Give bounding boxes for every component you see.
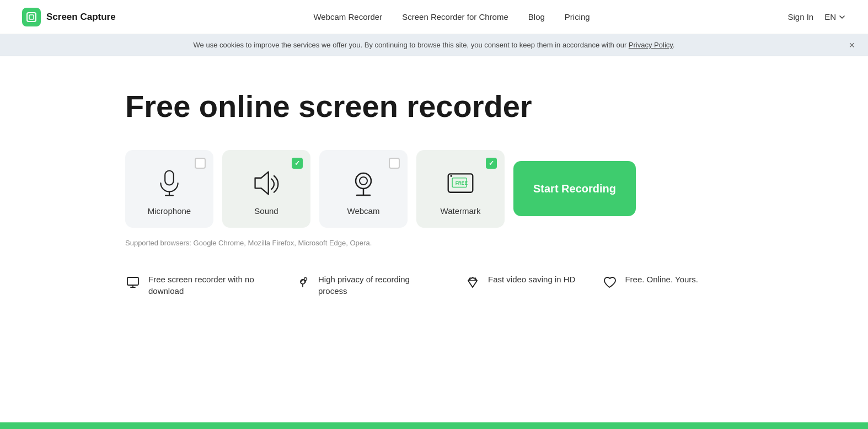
sound-checkbox[interactable]	[292, 158, 303, 169]
signin-link[interactable]: Sign In	[787, 12, 813, 22]
cookie-close-button[interactable]: ×	[849, 40, 855, 50]
chevron-down-icon	[838, 13, 846, 21]
webcam-icon	[347, 167, 380, 200]
svg-rect-14	[127, 277, 138, 285]
cookie-banner: We use cookies to improve the services w…	[0, 34, 868, 56]
watermark-option[interactable]: FREE Watermark	[416, 150, 505, 228]
nav-links: Webcam Recorder Screen Recorder for Chro…	[313, 12, 590, 22]
webcam-label: Webcam	[347, 206, 380, 216]
monitor-icon	[125, 275, 141, 290]
nav-screen-recorder-chrome[interactable]: Screen Recorder for Chrome	[402, 12, 508, 22]
diamond-icon	[465, 275, 480, 290]
nav-blog[interactable]: Blog	[528, 12, 545, 22]
recorder-options: Microphone Sound	[125, 150, 743, 228]
feature-no-download: Free screen recorder with no download	[125, 274, 269, 297]
logo-icon	[22, 8, 41, 26]
privacy-policy-link[interactable]: Privacy Policy	[629, 41, 673, 49]
language-selector[interactable]: EN	[824, 12, 846, 22]
sound-option[interactable]: Sound	[222, 150, 310, 228]
sound-icon	[250, 167, 283, 200]
svg-marker-5	[255, 171, 269, 194]
webcam-checkbox[interactable]	[389, 158, 400, 169]
logo-link[interactable]: Screen Capture	[22, 8, 116, 26]
feature-free: Free. Online. Yours.	[602, 274, 698, 297]
svg-point-6	[356, 173, 371, 189]
svg-text:FREE: FREE	[456, 180, 468, 185]
microphone-checkbox[interactable]	[195, 158, 206, 169]
watermark-checkbox[interactable]	[486, 158, 497, 169]
feature-free-text: Free. Online. Yours.	[625, 274, 698, 285]
sound-label: Sound	[254, 206, 278, 216]
cookie-text: We use cookies to improve the services w…	[194, 41, 629, 49]
nav-right: Sign In EN	[787, 12, 846, 22]
hero-title: Free online screen recorder	[125, 89, 743, 124]
svg-rect-2	[165, 170, 174, 185]
webcam-option[interactable]: Webcam	[319, 150, 408, 228]
watermark-label: Watermark	[441, 206, 481, 216]
logo-text: Screen Capture	[46, 12, 116, 23]
feature-privacy: High privacy of recording process	[295, 274, 438, 297]
feature-hd-text: Fast video saving in HD	[488, 274, 575, 285]
nav-pricing[interactable]: Pricing	[565, 12, 590, 22]
microphone-option[interactable]: Microphone	[125, 150, 213, 228]
feature-hd: Fast video saving in HD	[465, 274, 575, 297]
feature-no-download-text: Free screen recorder with no download	[148, 274, 269, 297]
supported-browsers-text: Supported browsers: Google Chrome, Mozil…	[125, 239, 743, 247]
heart-icon	[602, 275, 617, 290]
start-recording-button[interactable]: Start Recording	[513, 161, 636, 216]
svg-point-13	[450, 175, 452, 177]
svg-point-7	[360, 177, 367, 185]
feature-privacy-text: High privacy of recording process	[318, 274, 438, 297]
features-section: Free screen recorder with no download Hi…	[125, 274, 743, 297]
main-content: Free online screen recorder Microphone	[103, 56, 765, 319]
svg-rect-1	[29, 15, 34, 19]
microphone-label: Microphone	[148, 206, 191, 216]
watermark-icon: FREE	[444, 167, 477, 200]
nav-webcam-recorder[interactable]: Webcam Recorder	[313, 12, 382, 22]
microphone-icon	[153, 167, 186, 200]
svg-rect-0	[27, 13, 36, 22]
lock-icon	[295, 275, 310, 290]
navbar: Screen Capture Webcam Recorder Screen Re…	[0, 0, 868, 34]
